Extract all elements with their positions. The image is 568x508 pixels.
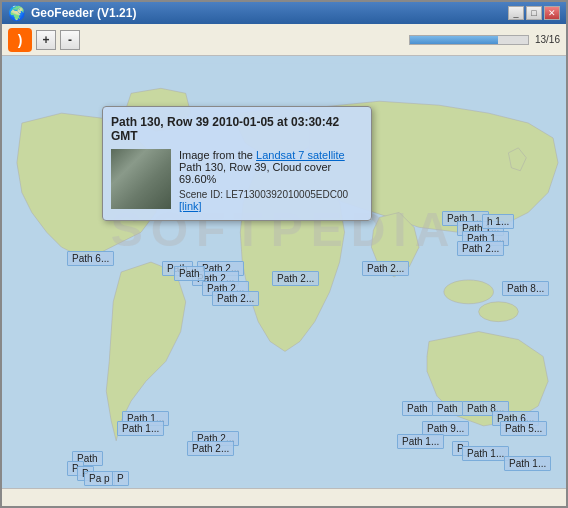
path-label[interactable]: Path 2... (362, 261, 409, 276)
close-button[interactable]: ✕ (544, 6, 560, 20)
remove-button[interactable]: - (60, 30, 80, 50)
tooltip-thumbnail (111, 149, 171, 209)
path-label[interactable]: Path 1... (504, 456, 551, 471)
title-bar-content: 🌍 GeoFeeder (V1.21) (8, 5, 136, 21)
rss-symbol: ) (18, 32, 23, 48)
minimize-button[interactable]: _ (508, 6, 524, 20)
path-label[interactable]: Path 1... (117, 421, 164, 436)
progress-bar-fill (410, 36, 499, 44)
title-controls: _ □ ✕ (508, 6, 560, 20)
rss-icon[interactable]: ) (8, 28, 32, 52)
path-label-tooltip[interactable]: Path (174, 266, 205, 281)
progress-area: 13/16 (409, 34, 560, 45)
title-bar: 🌍 GeoFeeder (V1.21) _ □ ✕ (2, 2, 566, 24)
path-label[interactable]: Path 1... (397, 434, 444, 449)
thumbnail-image (111, 149, 171, 209)
landsat-link[interactable]: Landsat 7 satellite (256, 149, 345, 161)
path-label[interactable]: Path 1... (462, 446, 509, 461)
path-label[interactable]: Path (402, 401, 433, 416)
app-icon: 🌍 (8, 5, 25, 21)
path-label[interactable]: Path 2... (272, 271, 319, 286)
add-button[interactable]: + (36, 30, 56, 50)
tooltip-description: Image from the Landsat 7 satellite (179, 149, 363, 161)
progress-label: 13/16 (535, 34, 560, 45)
status-bar (2, 488, 566, 506)
path-label[interactable]: Pa p (84, 471, 115, 486)
maximize-button[interactable]: □ (526, 6, 542, 20)
scene-id: Scene ID: LE71300392010005EDC00 (179, 189, 363, 200)
toolbar: ) + - 13/16 (2, 24, 566, 56)
path-label[interactable]: Path (432, 401, 463, 416)
path-label[interactable]: Path 2... (212, 291, 259, 306)
path-label[interactable]: P (112, 471, 129, 486)
main-window: 🌍 GeoFeeder (V1.21) _ □ ✕ ) + - 13/16 (0, 0, 568, 508)
path-label[interactable]: Path 5... (500, 421, 547, 436)
path-label[interactable]: Path 2... (457, 241, 504, 256)
tooltip-body: Image from the Landsat 7 satellite Path … (111, 149, 363, 212)
path-label[interactable]: h 1... (482, 214, 514, 229)
path-label[interactable]: Path 8... (502, 281, 549, 296)
map-container[interactable]: SOFTPEDIA Path 130, Row 39 2010-01-05 at… (2, 56, 566, 488)
tooltip-title: Path 130, Row 39 2010-01-05 at 03:30:42 … (111, 115, 363, 143)
tooltip-popup: Path 130, Row 39 2010-01-05 at 03:30:42 … (102, 106, 372, 221)
path-label[interactable]: Path 6... (67, 251, 114, 266)
scene-link[interactable]: [link] (179, 200, 202, 212)
tooltip-info: Image from the Landsat 7 satellite Path … (179, 149, 363, 212)
progress-bar (409, 35, 529, 45)
svg-point-1 (444, 280, 494, 304)
window-title: GeoFeeder (V1.21) (31, 6, 136, 20)
path-label[interactable]: Path 2... (187, 441, 234, 456)
tooltip-details: Path 130, Row 39, Cloud cover 69.60% (179, 161, 363, 185)
svg-point-2 (479, 302, 519, 322)
